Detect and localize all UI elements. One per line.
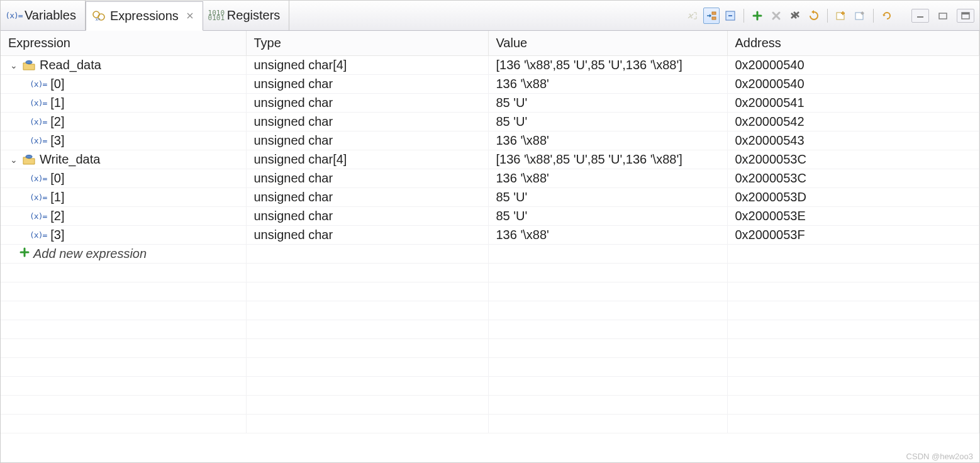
svg-point-15 — [26, 155, 32, 158]
cell-value: 85 'U' — [488, 94, 727, 113]
cell-value: 136 '\x88' — [488, 131, 727, 150]
cell-value: [136 '\x88',85 'U',85 'U',136 '\x88'] — [488, 150, 727, 169]
col-value[interactable]: Value — [488, 31, 727, 56]
variable-icon: (x)= — [30, 211, 47, 221]
remove-expression-button — [768, 8, 784, 24]
add-expression-button[interactable] — [749, 8, 766, 24]
cell-address: 0x2000053C — [727, 169, 979, 188]
cell-address: 0x20000541 — [727, 94, 979, 113]
svg-rect-4 — [712, 12, 716, 14]
tab-label: Registers — [227, 8, 280, 23]
expression-name: [0] — [50, 171, 64, 186]
expression-name: [3] — [50, 133, 64, 148]
svg-rect-11 — [939, 13, 947, 19]
svg-rect-5 — [712, 17, 716, 20]
cycle-refresh-button[interactable] — [879, 8, 895, 24]
separator — [873, 9, 874, 23]
table-header-row: Expression Type Value Address — [1, 31, 979, 56]
cell-value: 85 'U' — [488, 188, 727, 207]
variable-icon: (x)= — [30, 136, 47, 145]
expand-toggle[interactable]: ⌄ — [9, 155, 18, 165]
tab-expressions[interactable]: x= Expressions — [86, 1, 203, 31]
cell-value: 136 '\x88' — [488, 169, 727, 188]
cell-type: unsigned char — [246, 131, 488, 150]
expand-toggle[interactable]: ⌄ — [9, 60, 18, 70]
expression-name: Read_data — [40, 58, 101, 72]
cell-value: [136 '\x88',85 'U',85 'U',136 '\x88'] — [488, 56, 727, 75]
cell-type: unsigned char — [246, 226, 488, 245]
show-type-names-button: ϰ — [684, 8, 701, 24]
cell-type: unsigned char[4] — [246, 56, 488, 75]
cell-type: unsigned char — [246, 169, 488, 188]
refresh-button[interactable] — [806, 8, 822, 24]
tab-registers[interactable]: 10100101 Registers — [203, 1, 289, 30]
cell-value: 136 '\x88' — [488, 75, 727, 94]
close-icon[interactable] — [186, 11, 194, 21]
svg-rect-13 — [962, 13, 969, 14]
expression-name: [2] — [50, 209, 64, 223]
maximize-button[interactable] — [957, 9, 974, 23]
expressions-icon: x= — [92, 9, 106, 23]
restore-button[interactable] — [934, 9, 952, 23]
cell-value: 85 'U' — [488, 113, 727, 131]
svg-text:ϰ: ϰ — [688, 11, 694, 20]
table-row-empty — [1, 415, 979, 433]
svg-text:x=: x= — [96, 17, 101, 21]
pin-view-button[interactable] — [852, 8, 868, 24]
table-row[interactable]: (x)=[2]unsigned char85 'U'0x20000542 — [1, 113, 979, 131]
table-row[interactable]: (x)=[1]unsigned char85 'U'0x20000541 — [1, 94, 979, 113]
cell-address: 0x2000053E — [727, 207, 979, 226]
minimize-button[interactable] — [911, 9, 929, 23]
show-logical-structure-button[interactable] — [703, 8, 720, 24]
variable-icon: (x)= — [30, 79, 47, 89]
variable-icon: (x)= — [30, 98, 47, 108]
col-expression[interactable]: Expression — [1, 31, 246, 56]
table-row-empty — [1, 339, 979, 358]
cell-type: unsigned char — [246, 94, 488, 113]
table-row[interactable]: (x)=[3]unsigned char136 '\x88'0x2000053F — [1, 226, 979, 245]
tab-variables[interactable]: (x)= Variables — [1, 1, 86, 30]
svg-point-14 — [26, 60, 32, 64]
col-type[interactable]: Type — [246, 31, 488, 56]
table-row[interactable]: (x)=[0]unsigned char136 '\x88'0x2000053C — [1, 169, 979, 188]
separator — [827, 9, 828, 23]
remove-all-button[interactable] — [787, 8, 803, 24]
new-view-button[interactable] — [833, 8, 849, 24]
expression-name: [1] — [50, 190, 64, 204]
cell-address: 0x2000053C — [727, 150, 979, 169]
cell-type: unsigned char — [246, 113, 488, 131]
tab-label: Variables — [25, 8, 76, 23]
collapse-all-button[interactable] — [722, 8, 738, 24]
expression-name: [0] — [50, 77, 64, 91]
table-row-empty — [1, 301, 979, 320]
table-row[interactable]: (x)=[0]unsigned char136 '\x88'0x20000540 — [1, 75, 979, 94]
expression-name: [3] — [50, 228, 64, 242]
expression-name: [2] — [50, 114, 64, 129]
table-row[interactable]: ⌄Read_dataunsigned char[4][136 '\x88',85… — [1, 56, 979, 75]
col-address[interactable]: Address — [727, 31, 979, 56]
add-expression-row[interactable]: Add new expression — [1, 245, 979, 264]
table-row[interactable]: (x)=[1]unsigned char85 'U'0x2000053D — [1, 188, 979, 207]
cell-address: 0x20000543 — [727, 131, 979, 150]
svg-rect-7 — [728, 15, 732, 16]
expression-name: Write_data — [40, 152, 100, 167]
separator — [743, 9, 744, 23]
cell-address: 0x20000540 — [727, 56, 979, 75]
variable-icon: (x)= — [30, 117, 47, 126]
variable-icon: (x)= — [30, 230, 47, 240]
table-row-empty — [1, 264, 979, 282]
cell-value: 136 '\x88' — [488, 226, 727, 245]
table-row[interactable]: ⌄Write_dataunsigned char[4][136 '\x88',8… — [1, 150, 979, 169]
table-row-empty — [1, 320, 979, 339]
table-row[interactable]: (x)=[3]unsigned char136 '\x88'0x20000543 — [1, 131, 979, 150]
tabs-container: (x)= Variables x= Expressions 10100101 R… — [1, 1, 289, 30]
table-row-empty — [1, 377, 979, 396]
view-tab-bar: (x)= Variables x= Expressions 10100101 R… — [1, 1, 979, 31]
add-expression-label: Add new expression — [33, 247, 147, 261]
plus-icon — [19, 247, 30, 260]
variable-icon: (x)= — [30, 174, 47, 183]
cell-type: unsigned char — [246, 207, 488, 226]
table-row[interactable]: (x)=[2]unsigned char85 'U'0x2000053E — [1, 207, 979, 226]
tab-label: Expressions — [110, 9, 179, 23]
svg-rect-10 — [917, 16, 923, 18]
